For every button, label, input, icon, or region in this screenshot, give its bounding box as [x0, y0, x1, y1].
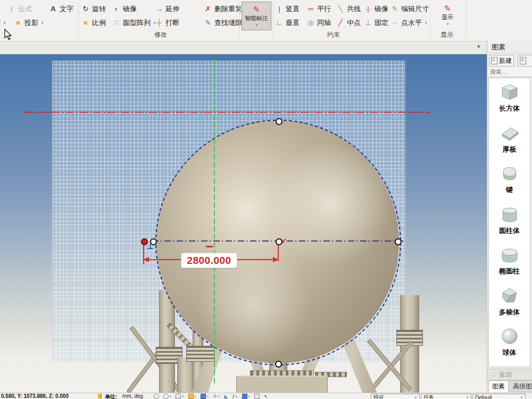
list-item-elliptic-cylinder[interactable]: 椭圆柱 — [499, 244, 520, 285]
feature-panel-combo[interactable]: 特征∨ — [371, 394, 420, 399]
list-item-label: 圆柱体 — [499, 226, 520, 236]
fixed-constraint-label: 固定 — [375, 18, 388, 28]
key-icon — [499, 163, 520, 184]
collinear-constraint-button[interactable]: ╲ 共线 — [336, 3, 361, 15]
scale-icon: ■ — [81, 19, 90, 27]
perpendicular-constraint-label: 垂直 — [286, 18, 300, 28]
collapse-panel-icon[interactable]: ▾ — [477, 43, 480, 50]
text-icon: A — [49, 5, 57, 13]
tab-primitives[interactable]: 图素 — [488, 380, 509, 392]
slot-button[interactable]: 槽 ∨ — [0, 16, 6, 29]
dimension-value-label[interactable]: 2800.000 — [181, 253, 237, 268]
view-blue-icon[interactable]: ∨ — [201, 394, 209, 399]
triangle-view-icon[interactable]: ◣ — [225, 394, 228, 399]
sphere-top-point[interactable] — [276, 118, 282, 125]
vertical-axis-line — [214, 59, 215, 385]
ribbon-divider — [273, 2, 273, 37]
back-button-label: 返回 — [499, 370, 512, 379]
remove-duplicates-label: 删除重复 — [214, 4, 242, 14]
extend-label: 延伸 — [165, 4, 179, 14]
cylinder-icon — [499, 204, 520, 225]
constraint-section-label: 约束 — [318, 30, 350, 39]
new-button[interactable]: 新建 — [489, 55, 514, 66]
extend-button[interactable]: → 延伸 — [155, 3, 179, 15]
display-label: 显示 — [442, 13, 453, 21]
text-button[interactable]: A 文字 — [49, 3, 73, 15]
parallel-constraint-label: 平行 — [317, 4, 331, 14]
new-button-label: 新建 — [499, 56, 512, 65]
open-library-button[interactable] — [518, 55, 532, 66]
selected-red-point[interactable] — [141, 238, 148, 245]
sphere-bottom-point[interactable] — [275, 361, 282, 368]
mirror-constraint-button[interactable]: ·|· 镜像 — [364, 3, 388, 15]
ribbon-toolbar: ƒ 公式 A 文字 槽 ∨ ■ 投影 ∨ ↻ 旋转 ◐ 镜像 → 延伸 ✗ 删除… — [0, 0, 532, 41]
list-item-cuboid[interactable]: 长方体 — [499, 81, 520, 122]
ribbon-divider — [239, 2, 239, 37]
plain-square-icon[interactable] — [254, 394, 260, 399]
search-input[interactable] — [489, 67, 532, 77]
axis-cross-icon[interactable]: ✛∨ — [213, 394, 220, 399]
vertical-constraint-button[interactable]: | 竖直 — [275, 3, 300, 15]
viewport-header-strip: ▾ — [0, 41, 487, 54]
dimension-start-point[interactable] — [150, 238, 157, 245]
snap-circle-icon[interactable] — [154, 394, 159, 399]
3d-viewport[interactable]: 2800.000 ⊥ ↙ — [0, 54, 487, 393]
task-panel-combo[interactable]: 任务∨ — [421, 394, 471, 399]
edit-dimension-button[interactable]: ✎ 编辑尺寸 — [390, 3, 429, 15]
extend-icon: → — [155, 5, 163, 13]
list-item-polyhedron[interactable]: 多棱体 — [499, 285, 520, 326]
layer-yellow-icon[interactable]: ∨ — [188, 394, 196, 399]
primitive-list: 长方体 厚板 键 圆柱体 — [488, 78, 530, 367]
list-item-sphere[interactable]: 球体 — [499, 326, 520, 367]
find-gaps-button[interactable]: ✎ 查找缝隙 — [204, 16, 242, 29]
tank-leg-flange — [186, 346, 215, 362]
mirror-constraint-label: 镜像 — [375, 4, 388, 14]
solid-view-icon[interactable]: ∨ — [242, 394, 250, 399]
display-icon: ✎ — [443, 4, 452, 13]
sphere-center-point[interactable] — [276, 238, 282, 245]
circular-pattern-label: 圆型阵列 — [123, 18, 151, 28]
formula-button[interactable]: ƒ 公式 — [7, 3, 32, 15]
slot-label: 槽 — [0, 18, 1, 28]
remove-duplicates-button[interactable]: ✗ 删除重复 — [204, 3, 242, 15]
back-button[interactable]: ← 返回 — [487, 369, 532, 380]
parallel-constraint-button[interactable]: ═ 平行 — [306, 3, 331, 15]
function-icon[interactable]: ƒ∨ — [232, 394, 238, 399]
display-button[interactable]: ✎ 显示 ∨ — [435, 2, 460, 28]
break-button[interactable]: ┼ 打断 — [155, 16, 179, 29]
list-item-key[interactable]: 键 — [499, 163, 520, 204]
ribbon-divider — [430, 2, 430, 37]
snap-circle-dropdown-icon[interactable]: ∨ — [163, 394, 171, 399]
list-item-label: 球体 — [503, 348, 517, 358]
rotate-icon: ↻ — [81, 5, 90, 13]
default-config-combo[interactable]: Default∨ — [472, 394, 526, 399]
formula-label: 公式 — [18, 4, 32, 14]
projection-button[interactable]: ■ 投影 ∨ — [14, 16, 44, 29]
list-item-cylinder[interactable]: 圆柱体 — [499, 204, 520, 245]
coaxial-constraint-button[interactable]: ◎ 同轴 — [306, 16, 331, 29]
ribbon-divider — [78, 2, 79, 37]
perpendicular-constraint-button[interactable]: ∟ 垂直 — [275, 16, 300, 29]
sphere-right-point[interactable] — [395, 238, 402, 245]
scale-button[interactable]: ■ 比例 — [81, 16, 106, 29]
list-item-thick-plate[interactable]: 厚板 — [499, 122, 520, 163]
rotate-button[interactable]: ↻ 旋转 — [81, 3, 106, 15]
point-horizontal-icon: ·· — [390, 19, 399, 27]
smart-dimension-button[interactable]: ✎ 智能标注 ∨ — [242, 2, 271, 30]
list-item-label: 多棱体 — [499, 307, 520, 317]
snap-disabled-icon[interactable]: ∨ — [176, 394, 184, 399]
edit-dimension-label: 编辑尺寸 — [401, 4, 429, 14]
mirror-button[interactable]: ◐ 镜像 — [112, 3, 137, 15]
midpoint-constraint-button[interactable]: ╱ 中点 — [336, 16, 361, 29]
select-pointer-icon[interactable]: ↖ — [264, 394, 268, 399]
modify-section-label: 修改 — [145, 30, 177, 39]
circular-pattern-button[interactable]: ∷ 圆型阵列 ∨ — [112, 16, 156, 29]
mirror-label: 镜像 — [123, 4, 137, 14]
tab-advanced-primitives[interactable]: 高级图素 — [509, 380, 532, 392]
units-icon — [98, 394, 102, 398]
display-section-label: 显示 — [431, 30, 463, 39]
list-item-label: 厚板 — [503, 145, 517, 154]
fixed-constraint-button[interactable]: ⊥ 固定 — [364, 16, 388, 29]
point-horizontal-button[interactable]: ·· 点水平 ∨ — [390, 16, 427, 29]
parallel-constraint-icon: ═ — [306, 5, 315, 13]
